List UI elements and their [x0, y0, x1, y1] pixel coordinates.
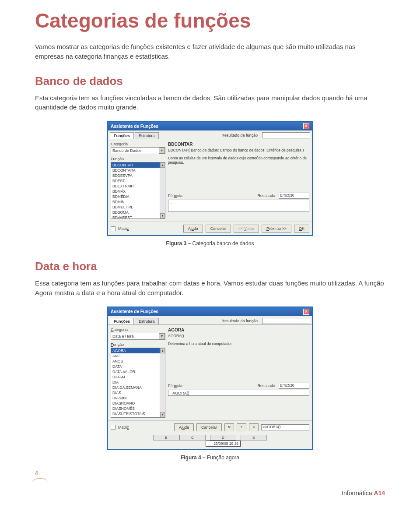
ajuda-button[interactable]: Ajuda	[174, 423, 194, 431]
col-header-e[interactable]: E	[241, 435, 267, 440]
fx-icon[interactable]: fx	[224, 423, 234, 431]
list-item[interactable]: DIA.DA.SEMANA	[111, 385, 165, 390]
list-item[interactable]: DIA	[111, 380, 165, 385]
scrollbar[interactable]: ▴ ▾	[160, 162, 165, 218]
scroll-up-icon[interactable]: ▴	[160, 162, 165, 168]
tabs-row: Funções Estrutura Resultado da função	[108, 316, 312, 325]
tab-estrutura[interactable]: Estrutura	[135, 318, 159, 324]
figure-4-caption: Figura 4 – Função agora	[35, 454, 385, 461]
formula-label: Fórmula	[168, 384, 182, 388]
scrollbar[interactable]: ▴ ▾	[160, 348, 165, 417]
function-label: Função	[111, 342, 165, 347]
cancelar-button[interactable]: Cancelar	[206, 225, 231, 233]
window-title: Assistente de Funções	[111, 124, 158, 129]
list-item[interactable]: BDSOMA	[111, 210, 165, 215]
category-combo[interactable]: Data e Hora ▾	[111, 333, 165, 340]
scroll-down-icon[interactable]: ▾	[160, 412, 165, 417]
page-number-decoration	[32, 478, 48, 483]
proximo-button[interactable]: Próximo >>	[262, 225, 291, 233]
titlebar: Assistente de Funções ×	[108, 122, 312, 130]
col-header-d[interactable]: D	[210, 435, 236, 440]
window-title: Assistente de Funções	[111, 309, 158, 314]
function-listbox[interactable]: AGORA ANO ANOS DATA DATA.VALOR DATAM DIA…	[111, 348, 165, 418]
list-item[interactable]: AGORA	[111, 348, 165, 353]
section-data-title: Data e hora	[35, 260, 385, 273]
tab-funcoes[interactable]: Funções	[110, 318, 134, 324]
list-item[interactable]: BDCONTAR	[111, 162, 165, 168]
list-item[interactable]: ANOS	[111, 359, 165, 364]
function-signature: BDCONTAR( Banco de dados; Campo do banco…	[168, 148, 309, 152]
ajuda-button[interactable]: Ajuda	[183, 225, 203, 233]
col-header-b[interactable]: B	[153, 435, 179, 440]
formula-label: Fórmula	[168, 194, 182, 198]
list-item[interactable]: BDCONTARA	[111, 168, 165, 173]
matriz-checkbox[interactable]	[111, 425, 116, 430]
list-item[interactable]: DIASNOMÊS	[111, 406, 165, 411]
function-signature: AGORA()	[168, 334, 309, 338]
category-value: Banco de Dados	[112, 148, 142, 153]
resultado-value: Erro:520	[279, 383, 309, 389]
list-item[interactable]: DIASÚTEISTOTAIS	[111, 411, 165, 416]
function-wizard-dialog-2: Assistente de Funções × Funções Estrutur…	[107, 307, 313, 450]
list-item[interactable]: DATA	[111, 364, 165, 369]
list-item[interactable]: DIAS	[111, 390, 165, 395]
list-item[interactable]: BDMÉDIA	[111, 194, 165, 199]
category-label: Categoria	[111, 142, 165, 146]
list-item[interactable]: DATAM	[111, 374, 165, 380]
ok-button[interactable]: OK	[294, 225, 309, 233]
page-title: Categorias de funções	[35, 9, 385, 32]
list-item[interactable]: BDEXTRAIR	[111, 183, 165, 189]
function-name: AGORA	[168, 328, 309, 332]
list-item[interactable]: ANO	[111, 353, 165, 359]
footer-brand: Informática A14	[35, 490, 385, 497]
list-item[interactable]: BDMÁX	[111, 189, 165, 194]
scroll-down-icon[interactable]: ▾	[160, 213, 165, 218]
tabs-row: Funções Estrutura Resultado da função	[108, 130, 312, 139]
list-item[interactable]: BDVAREST	[111, 215, 165, 219]
function-description: Conta as células de um intervalo de dado…	[168, 156, 309, 165]
spreadsheet-snippet: B C D 23/09/08 19:19 E	[108, 435, 312, 449]
formula-input[interactable]: =	[168, 200, 309, 212]
tab-estrutura[interactable]: Estrutura	[135, 132, 159, 139]
equals-icon[interactable]: =	[249, 423, 259, 431]
cell-d-value[interactable]: 23/09/08 19:19	[206, 440, 241, 447]
category-combo[interactable]: Banco de Dados ▾	[111, 147, 165, 154]
list-item[interactable]: DIAS360	[111, 395, 165, 401]
function-wizard-dialog-1: Assistente de Funções × Funções Estrutur…	[107, 121, 313, 236]
function-description: Determina a hora atual do computador.	[168, 342, 309, 346]
chevron-down-icon[interactable]: ▾	[159, 148, 165, 154]
category-value: Data e Hora	[112, 334, 134, 338]
matriz-checkbox[interactable]	[111, 226, 116, 231]
close-icon[interactable]: ×	[303, 309, 309, 315]
page-number: 4	[35, 470, 385, 476]
result-label: Resultado da função	[220, 132, 259, 139]
function-listbox[interactable]: BDCONTAR BDCONTARA BDDESVPA BDEST BDEXTR…	[111, 162, 165, 219]
list-item[interactable]: DIAÚTIL	[111, 416, 165, 418]
list-item[interactable]: DIASNOANO	[111, 401, 165, 406]
chevron-down-icon[interactable]: ▾	[159, 333, 165, 339]
list-item[interactable]: BDEST	[111, 178, 165, 183]
scroll-up-icon[interactable]: ▴	[160, 348, 165, 353]
list-item[interactable]: BDMULTIPL	[111, 204, 165, 210]
close-icon[interactable]: ×	[303, 123, 309, 129]
list-item[interactable]: BDDESVPA	[111, 173, 165, 178]
formula-bar-input[interactable]: =AGORA()	[261, 424, 309, 430]
section-banco-title: Banco de dados	[35, 74, 385, 88]
page-number-wrap: 4	[35, 470, 385, 481]
list-item[interactable]: DATA.VALOR	[111, 369, 165, 374]
list-item[interactable]: BDMÍN	[111, 199, 165, 204]
formula-input[interactable]: =AGORA()	[168, 390, 309, 396]
matriz-label: Matriz	[118, 226, 129, 231]
figure-3-caption: Figura 3 – Categoria banco de dados	[35, 240, 385, 247]
result-output	[262, 132, 310, 138]
col-header-c[interactable]: C	[179, 435, 206, 440]
resultado-label: Resultado	[257, 194, 275, 198]
tab-funcoes[interactable]: Funções	[110, 132, 134, 139]
titlebar: Assistente de Funções ×	[108, 307, 312, 316]
resultado-label: Resultado	[257, 384, 275, 388]
cancelar-button[interactable]: Cancelar	[196, 423, 222, 431]
function-label: Função	[111, 157, 165, 161]
sigma-icon[interactable]: Σ	[237, 423, 246, 431]
result-label: Resultado da função	[220, 318, 259, 324]
category-label: Categoria	[111, 328, 165, 332]
